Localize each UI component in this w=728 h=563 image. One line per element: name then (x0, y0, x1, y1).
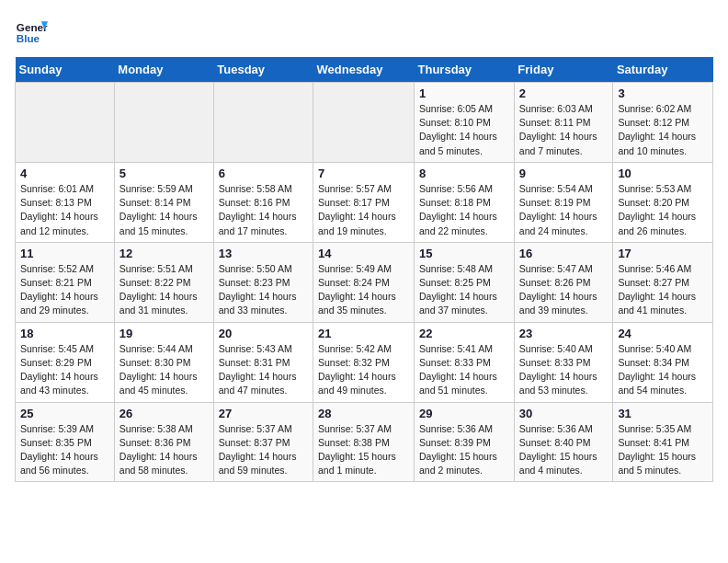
calendar-cell: 21Sunrise: 5:42 AMSunset: 8:32 PMDayligh… (313, 322, 415, 402)
day-detail: Sunrise: 5:45 AMSunset: 8:29 PMDaylight:… (20, 342, 109, 398)
day-number: 26 (119, 407, 209, 420)
calendar-cell: 7Sunrise: 5:57 AMSunset: 8:17 PMDaylight… (313, 162, 415, 242)
day-detail: Sunrise: 5:52 AMSunset: 8:21 PMDaylight:… (20, 262, 109, 318)
day-header-wednesday: Wednesday (313, 57, 415, 83)
day-detail: Sunrise: 5:38 AMSunset: 8:36 PMDaylight:… (119, 422, 209, 478)
calendar-cell: 12Sunrise: 5:51 AMSunset: 8:22 PMDayligh… (114, 242, 213, 322)
day-header-thursday: Thursday (415, 57, 515, 83)
day-number: 28 (318, 407, 409, 420)
day-detail: Sunrise: 5:36 AMSunset: 8:39 PMDaylight:… (419, 422, 509, 478)
calendar-cell (114, 83, 213, 163)
calendar-cell: 31Sunrise: 5:35 AMSunset: 8:41 PMDayligh… (613, 402, 713, 482)
day-number: 21 (318, 327, 409, 340)
day-detail: Sunrise: 5:46 AMSunset: 8:27 PMDaylight:… (618, 262, 708, 318)
calendar-cell: 25Sunrise: 5:39 AMSunset: 8:35 PMDayligh… (16, 402, 115, 482)
day-number: 8 (419, 167, 509, 180)
week-row-3: 11Sunrise: 5:52 AMSunset: 8:21 PMDayligh… (16, 242, 713, 322)
day-detail: Sunrise: 5:44 AMSunset: 8:30 PMDaylight:… (119, 342, 209, 398)
calendar-cell: 16Sunrise: 5:47 AMSunset: 8:26 PMDayligh… (514, 242, 613, 322)
day-number: 15 (419, 247, 509, 260)
day-detail: Sunrise: 5:51 AMSunset: 8:22 PMDaylight:… (119, 262, 209, 318)
day-detail: Sunrise: 5:59 AMSunset: 8:14 PMDaylight:… (119, 182, 209, 238)
calendar-cell: 28Sunrise: 5:37 AMSunset: 8:38 PMDayligh… (313, 402, 415, 482)
day-header-monday: Monday (114, 57, 213, 83)
day-detail: Sunrise: 6:05 AMSunset: 8:10 PMDaylight:… (419, 102, 509, 158)
day-number: 5 (119, 167, 209, 180)
day-number: 18 (20, 327, 109, 340)
calendar-cell: 24Sunrise: 5:40 AMSunset: 8:34 PMDayligh… (613, 322, 713, 402)
day-number: 24 (618, 327, 708, 340)
day-number: 3 (618, 86, 708, 100)
day-header-sunday: Sunday (16, 57, 115, 83)
calendar-cell: 20Sunrise: 5:43 AMSunset: 8:31 PMDayligh… (213, 322, 313, 402)
calendar-cell: 23Sunrise: 5:40 AMSunset: 8:33 PMDayligh… (514, 322, 613, 402)
calendar-cell: 10Sunrise: 5:53 AMSunset: 8:20 PMDayligh… (613, 162, 713, 242)
day-number: 29 (419, 407, 509, 420)
day-number: 11 (20, 247, 109, 260)
day-number: 14 (318, 247, 409, 260)
day-header-friday: Friday (514, 57, 613, 83)
calendar-cell: 15Sunrise: 5:48 AMSunset: 8:25 PMDayligh… (415, 242, 515, 322)
day-detail: Sunrise: 5:40 AMSunset: 8:34 PMDaylight:… (618, 342, 708, 398)
calendar-cell: 13Sunrise: 5:50 AMSunset: 8:23 PMDayligh… (213, 242, 313, 322)
day-detail: Sunrise: 5:42 AMSunset: 8:32 PMDaylight:… (318, 342, 409, 398)
day-number: 1 (419, 86, 509, 100)
calendar-cell (213, 83, 313, 163)
day-number: 13 (219, 247, 308, 260)
calendar-table: SundayMondayTuesdayWednesdayThursdayFrid… (15, 57, 713, 482)
week-row-2: 4Sunrise: 6:01 AMSunset: 8:13 PMDaylight… (16, 162, 713, 242)
day-number: 4 (20, 167, 109, 180)
day-detail: Sunrise: 5:37 AMSunset: 8:37 PMDaylight:… (219, 422, 308, 478)
calendar-cell: 26Sunrise: 5:38 AMSunset: 8:36 PMDayligh… (114, 402, 213, 482)
day-detail: Sunrise: 5:36 AMSunset: 8:40 PMDaylight:… (519, 422, 609, 478)
calendar-cell: 17Sunrise: 5:46 AMSunset: 8:27 PMDayligh… (613, 242, 713, 322)
day-detail: Sunrise: 5:47 AMSunset: 8:26 PMDaylight:… (519, 262, 609, 318)
day-number: 17 (618, 247, 708, 260)
page-header: General Blue (15, 15, 713, 48)
day-number: 6 (219, 167, 308, 180)
calendar-cell: 27Sunrise: 5:37 AMSunset: 8:37 PMDayligh… (213, 402, 313, 482)
day-number: 22 (419, 327, 509, 340)
day-detail: Sunrise: 5:54 AMSunset: 8:19 PMDaylight:… (519, 182, 609, 238)
calendar-cell: 29Sunrise: 5:36 AMSunset: 8:39 PMDayligh… (415, 402, 515, 482)
day-number: 30 (519, 407, 609, 420)
calendar-header-row: SundayMondayTuesdayWednesdayThursdayFrid… (16, 57, 713, 83)
day-detail: Sunrise: 6:01 AMSunset: 8:13 PMDaylight:… (20, 182, 109, 238)
day-number: 2 (519, 86, 609, 100)
calendar-cell: 30Sunrise: 5:36 AMSunset: 8:40 PMDayligh… (514, 402, 613, 482)
day-detail: Sunrise: 5:56 AMSunset: 8:18 PMDaylight:… (419, 182, 509, 238)
week-row-5: 25Sunrise: 5:39 AMSunset: 8:35 PMDayligh… (16, 402, 713, 482)
day-detail: Sunrise: 6:02 AMSunset: 8:12 PMDaylight:… (618, 102, 708, 158)
day-detail: Sunrise: 5:40 AMSunset: 8:33 PMDaylight:… (519, 342, 609, 398)
calendar-cell: 3Sunrise: 6:02 AMSunset: 8:12 PMDaylight… (613, 83, 713, 163)
day-detail: Sunrise: 5:50 AMSunset: 8:23 PMDaylight:… (219, 262, 308, 318)
day-number: 9 (519, 167, 609, 180)
calendar-cell: 6Sunrise: 5:58 AMSunset: 8:16 PMDaylight… (213, 162, 313, 242)
day-number: 19 (119, 327, 209, 340)
day-detail: Sunrise: 5:37 AMSunset: 8:38 PMDaylight:… (318, 422, 409, 478)
calendar-cell: 1Sunrise: 6:05 AMSunset: 8:10 PMDaylight… (415, 83, 515, 163)
week-row-1: 1Sunrise: 6:05 AMSunset: 8:10 PMDaylight… (16, 83, 713, 163)
week-row-4: 18Sunrise: 5:45 AMSunset: 8:29 PMDayligh… (16, 322, 713, 402)
day-number: 7 (318, 167, 409, 180)
logo-icon: General Blue (15, 15, 48, 48)
day-number: 12 (119, 247, 209, 260)
calendar-cell: 2Sunrise: 6:03 AMSunset: 8:11 PMDaylight… (514, 83, 613, 163)
day-detail: Sunrise: 5:53 AMSunset: 8:20 PMDaylight:… (618, 182, 708, 238)
day-detail: Sunrise: 5:39 AMSunset: 8:35 PMDaylight:… (20, 422, 109, 478)
day-detail: Sunrise: 5:41 AMSunset: 8:33 PMDaylight:… (419, 342, 509, 398)
calendar-cell: 4Sunrise: 6:01 AMSunset: 8:13 PMDaylight… (16, 162, 115, 242)
calendar-cell (16, 83, 115, 163)
day-header-tuesday: Tuesday (213, 57, 313, 83)
calendar-cell: 11Sunrise: 5:52 AMSunset: 8:21 PMDayligh… (16, 242, 115, 322)
day-number: 20 (219, 327, 308, 340)
calendar-cell: 5Sunrise: 5:59 AMSunset: 8:14 PMDaylight… (114, 162, 213, 242)
day-detail: Sunrise: 6:03 AMSunset: 8:11 PMDaylight:… (519, 102, 609, 158)
day-number: 31 (618, 407, 708, 420)
calendar-cell: 22Sunrise: 5:41 AMSunset: 8:33 PMDayligh… (415, 322, 515, 402)
day-detail: Sunrise: 5:48 AMSunset: 8:25 PMDaylight:… (419, 262, 509, 318)
day-number: 25 (20, 407, 109, 420)
day-detail: Sunrise: 5:49 AMSunset: 8:24 PMDaylight:… (318, 262, 409, 318)
calendar-cell: 14Sunrise: 5:49 AMSunset: 8:24 PMDayligh… (313, 242, 415, 322)
calendar-cell: 9Sunrise: 5:54 AMSunset: 8:19 PMDaylight… (514, 162, 613, 242)
